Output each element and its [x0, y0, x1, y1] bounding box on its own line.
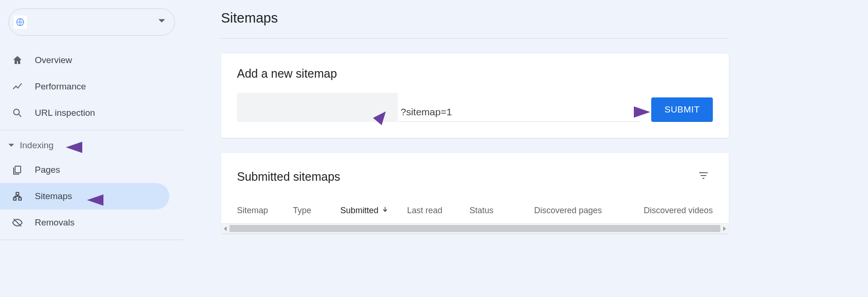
- submit-button[interactable]: SUBMIT: [651, 97, 713, 122]
- horizontal-scrollbar[interactable]: [221, 223, 729, 233]
- pages-icon: [11, 164, 24, 176]
- nav-list: Overview Performance URL inspection Inde…: [0, 45, 183, 240]
- svg-point-1: [14, 109, 19, 115]
- add-sitemap-card: Add a new sitemap SUBMIT: [221, 54, 729, 138]
- sidebar-item-label: URL inspection: [35, 108, 95, 118]
- sidebar-item-performance[interactable]: Performance: [0, 73, 169, 100]
- column-header-sitemap[interactable]: Sitemap: [237, 206, 293, 216]
- scrollbar-thumb[interactable]: [229, 225, 720, 232]
- column-header-type[interactable]: Type: [293, 206, 340, 216]
- column-header-last-read[interactable]: Last read: [407, 206, 470, 216]
- divider: [0, 240, 183, 240]
- section-header-indexing[interactable]: Indexing: [0, 134, 183, 157]
- svg-rect-5: [19, 198, 22, 201]
- column-header-submitted[interactable]: Submitted: [340, 206, 407, 216]
- sidebar-item-label: Pages: [35, 165, 60, 175]
- sidebar-item-pages[interactable]: Pages: [0, 157, 169, 183]
- sidebar-item-url-inspection[interactable]: URL inspection: [0, 100, 169, 126]
- globe-icon: [14, 16, 27, 29]
- column-header-discovered-pages[interactable]: Discovered pages: [534, 206, 627, 216]
- submitted-sitemaps-card: Submitted sitemaps Sitemap Type Submitte…: [221, 153, 729, 233]
- sitemap-url-input[interactable]: [399, 103, 640, 122]
- sidebar-item-sitemaps[interactable]: Sitemaps: [0, 183, 169, 209]
- caret-down-icon: [8, 143, 14, 148]
- column-header-status[interactable]: Status: [470, 206, 534, 216]
- sitemap-input-row: SUBMIT: [237, 93, 713, 122]
- filter-icon[interactable]: [694, 166, 713, 187]
- sidebar: Overview Performance URL inspection Inde…: [0, 0, 183, 297]
- sidebar-item-overview[interactable]: Overview: [0, 47, 169, 73]
- section-label: Indexing: [20, 140, 54, 151]
- svg-rect-4: [14, 198, 16, 201]
- card-title: Add a new sitemap: [237, 67, 713, 80]
- property-selector[interactable]: [8, 8, 175, 36]
- sidebar-item-label: Removals: [35, 217, 74, 228]
- table-header-row: Sitemap Type Submitted Last read Status …: [237, 206, 713, 223]
- sidebar-item-label: Overview: [35, 55, 72, 65]
- sitemap-icon: [11, 190, 24, 202]
- page-title: Sitemaps: [221, 10, 729, 39]
- home-icon: [11, 54, 24, 66]
- url-prefix-box: [237, 93, 398, 122]
- sidebar-item-removals[interactable]: Removals: [0, 209, 169, 236]
- card-title: Submitted sitemaps: [237, 170, 340, 184]
- sort-arrow-down-icon: [381, 206, 389, 216]
- sidebar-item-label: Sitemaps: [35, 191, 72, 201]
- performance-icon: [11, 80, 24, 93]
- divider: [0, 130, 183, 130]
- column-label: Submitted: [340, 206, 379, 216]
- removals-icon: [11, 217, 24, 229]
- sidebar-item-label: Performance: [35, 81, 86, 92]
- search-icon: [11, 107, 24, 119]
- column-header-discovered-videos[interactable]: Discovered videos: [627, 206, 713, 216]
- main-content: Sitemaps Add a new sitemap SUBMIT Submit…: [183, 0, 868, 297]
- svg-rect-2: [15, 166, 21, 173]
- chevron-down-icon: [158, 18, 165, 26]
- svg-rect-3: [16, 193, 19, 195]
